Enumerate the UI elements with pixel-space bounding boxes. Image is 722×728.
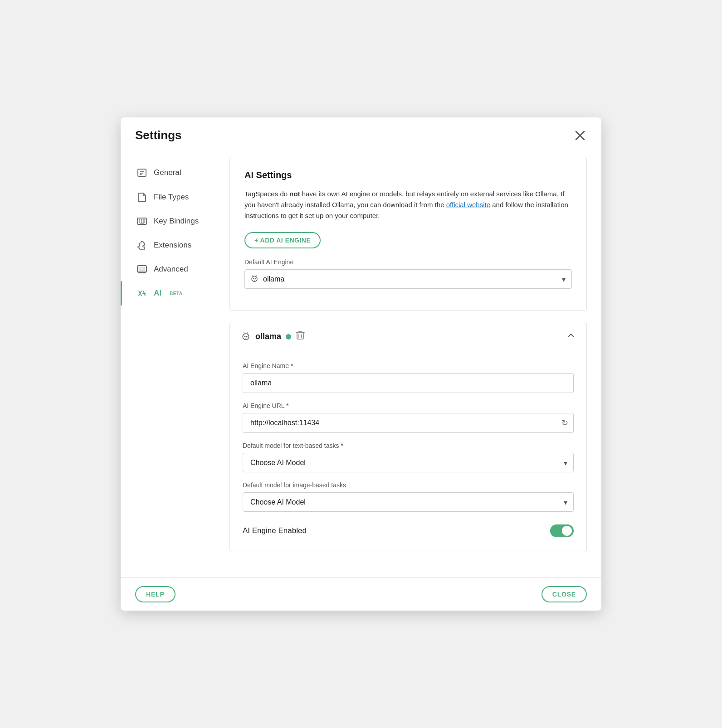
- sidebar-item-key-bindings[interactable]: Key Bindings: [121, 209, 220, 233]
- sidebar-item-extensions[interactable]: Extensions: [121, 233, 220, 257]
- engine-name-label: AI Engine Name *: [243, 362, 574, 369]
- sidebar-item-key-bindings-label: Key Bindings: [154, 217, 199, 226]
- sidebar-item-file-types-label: File Types: [154, 193, 189, 202]
- text-model-label: Default model for text-based tasks *: [243, 442, 574, 449]
- svg-rect-26: [297, 333, 303, 339]
- content-area: AI Settings TagSpaces do not have its ow…: [220, 157, 601, 578]
- toggle-slider: [550, 524, 574, 537]
- engine-name-input[interactable]: [243, 373, 574, 393]
- sidebar-item-extensions-label: Extensions: [154, 241, 191, 250]
- engine-card-body: AI Engine Name * AI Engine URL * ↻ Defau: [230, 351, 586, 552]
- sidebar-item-advanced-label: Advanced: [154, 265, 188, 274]
- svg-point-25: [246, 336, 248, 337]
- sidebar-item-advanced[interactable]: Advanced: [121, 257, 220, 281]
- ai-settings-section: AI Settings TagSpaces do not have its ow…: [229, 157, 587, 311]
- file-icon: [137, 192, 147, 202]
- general-icon: [137, 168, 147, 178]
- help-button[interactable]: HELP: [135, 586, 176, 602]
- image-model-field: Default model for image-based tasks Choo…: [243, 481, 574, 512]
- close-button[interactable]: CLOSE: [542, 586, 587, 602]
- refresh-url-button[interactable]: ↻: [561, 418, 568, 428]
- modal-header: Settings: [121, 117, 601, 150]
- svg-rect-9: [139, 222, 140, 223]
- sidebar: General File Types Key Bindings: [121, 157, 220, 578]
- image-model-label: Default model for image-based tasks: [243, 481, 574, 489]
- sidebar-item-general-label: General: [154, 168, 181, 177]
- desc-part1: TagSpaces do: [244, 190, 289, 198]
- sidebar-item-file-types[interactable]: File Types: [121, 185, 220, 209]
- modal-close-button[interactable]: [573, 129, 587, 142]
- svg-rect-7: [141, 219, 142, 221]
- ai-description: TagSpaces do not have its own AI engine …: [244, 189, 572, 221]
- svg-point-23: [243, 333, 249, 340]
- default-engine-field: Default AI Engine ollama ▾: [244, 258, 572, 289]
- svg-rect-10: [141, 222, 142, 223]
- engine-enabled-label: AI Engine Enabled: [243, 526, 307, 535]
- default-engine-label: Default AI Engine: [244, 258, 572, 266]
- sidebar-item-general[interactable]: General: [121, 160, 220, 185]
- sidebar-item-ai[interactable]: AI BETA: [122, 281, 220, 306]
- engine-name-text: ollama: [255, 332, 281, 341]
- keyboard-icon: [137, 218, 147, 225]
- svg-point-24: [244, 336, 246, 337]
- text-model-select-wrapper: Choose AI Model ▾: [243, 453, 574, 472]
- ai-section-title: AI Settings: [244, 170, 572, 180]
- svg-rect-2: [138, 169, 146, 176]
- engine-ollama-icon: [241, 331, 251, 343]
- official-website-link[interactable]: official website: [446, 201, 490, 209]
- engine-url-input-wrapper: ↻: [243, 413, 574, 433]
- image-model-select-wrapper: Choose AI Model ▾: [243, 492, 574, 512]
- engine-status-dot: [286, 334, 291, 340]
- add-engine-btn-label: + ADD AI ENGINE: [254, 237, 311, 244]
- image-model-select[interactable]: Choose AI Model: [243, 492, 574, 512]
- engine-enabled-row: AI Engine Enabled: [243, 521, 574, 541]
- advanced-icon: [137, 265, 147, 273]
- engine-enabled-toggle[interactable]: [550, 524, 574, 537]
- ai-beta-badge: BETA: [170, 291, 182, 296]
- delete-engine-button[interactable]: [296, 330, 305, 343]
- close-icon: [575, 131, 585, 141]
- desc-bold: not: [289, 190, 300, 198]
- modal-body: General File Types Key Bindings: [121, 150, 601, 578]
- collapse-icon[interactable]: [566, 331, 576, 342]
- add-ai-engine-button[interactable]: + ADD AI ENGINE: [244, 232, 321, 248]
- text-model-select[interactable]: Choose AI Model: [243, 453, 574, 472]
- text-model-field: Default model for text-based tasks * Cho…: [243, 442, 574, 472]
- modal-title: Settings: [135, 128, 182, 142]
- svg-rect-8: [143, 219, 145, 221]
- engine-name-field: AI Engine Name *: [243, 362, 574, 393]
- ai-icon: [137, 288, 147, 298]
- modal-footer: HELP CLOSE: [121, 578, 601, 611]
- settings-modal: Settings General File Types: [121, 117, 601, 611]
- engine-card: ollama AI Engine Name *: [229, 322, 587, 552]
- svg-rect-5: [137, 218, 146, 224]
- svg-rect-14: [139, 267, 145, 271]
- engine-name-row: ollama: [241, 330, 566, 343]
- puzzle-icon: [137, 240, 147, 250]
- engine-url-field: AI Engine URL * ↻: [243, 402, 574, 433]
- default-engine-select[interactable]: ollama: [244, 269, 572, 289]
- engine-url-input[interactable]: [243, 413, 574, 433]
- svg-rect-6: [139, 219, 140, 221]
- default-engine-select-wrapper: ollama ▾: [244, 269, 572, 289]
- svg-rect-12: [140, 223, 144, 224]
- engine-card-header[interactable]: ollama: [230, 322, 586, 351]
- engine-url-label: AI Engine URL *: [243, 402, 574, 409]
- sidebar-item-ai-label: AI: [154, 289, 161, 298]
- svg-rect-11: [143, 222, 145, 223]
